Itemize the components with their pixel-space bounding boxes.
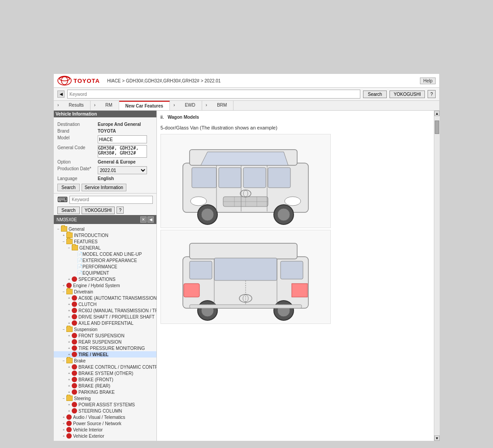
nm-header-buttons: ✕ ◀	[140, 216, 154, 223]
expand-ac60e[interactable]: +	[66, 295, 72, 301]
tab-ewd[interactable]: EWD	[178, 101, 202, 110]
help-question-bottom-btn[interactable]: ?	[117, 207, 124, 214]
expand-steering[interactable]: −	[61, 396, 66, 401]
section-number: ii.	[160, 114, 164, 120]
tab-left-arrow[interactable]: ›	[54, 101, 62, 110]
tree-item-tire-pressure[interactable]: + TIRE PRESSURE MONITORING	[54, 345, 156, 351]
scroll-up-arrow[interactable]: ▲	[434, 111, 440, 116]
tree-item-power-source[interactable]: + Power Source / Network	[54, 420, 156, 426]
expand-vehicle-exterior[interactable]: +	[61, 433, 66, 439]
yokogushi-button-bottom[interactable]: YOKOGUSHI	[82, 207, 115, 214]
tree-item-audio[interactable]: + Audio / Visual / Telematics	[54, 414, 156, 420]
tree-item-vehicle-exterior[interactable]: + Vehicle Exterior	[54, 433, 156, 439]
tree-item-rear-susp[interactable]: + REAR SUSPENSION	[54, 339, 156, 345]
expand-general-sub[interactable]: −	[66, 245, 72, 250]
expand-general[interactable]: −	[56, 226, 61, 232]
expand-engine[interactable]: +	[61, 283, 66, 288]
expand-drivetrain[interactable]: −	[61, 289, 66, 294]
expand-parking-brake[interactable]: +	[66, 389, 72, 395]
expand-tire-wheel[interactable]: +	[66, 352, 72, 357]
tab-rm[interactable]: RM	[99, 101, 119, 110]
tree-item-power-assist[interactable]: + POWER ASSIST SYSTEMS	[54, 401, 156, 408]
tree-item-brake-rear[interactable]: + BRAKE (REAR)	[54, 383, 156, 389]
tree-item-vehicle-interior[interactable]: + Vehicle Interior	[54, 426, 156, 433]
expand-rear-susp[interactable]: +	[66, 339, 72, 345]
expand-audio[interactable]: +	[61, 414, 66, 420]
expand-suspension[interactable]: −	[61, 327, 66, 332]
tab-ewd-arrow[interactable]: ›	[170, 101, 178, 110]
tree-item-parking-brake[interactable]: + PARKING BRAKE	[54, 389, 156, 395]
back-arrow-btn[interactable]: ◀	[57, 90, 65, 98]
tree-item-clutch[interactable]: + CLUTCH	[54, 301, 156, 307]
expand-axle[interactable]: +	[66, 320, 72, 326]
expand-vehicle-interior[interactable]: +	[61, 427, 66, 432]
tab-brm-arrow[interactable]: ›	[202, 101, 211, 110]
tree-item-front-susp[interactable]: + FRONT SUSPENSION	[54, 332, 156, 339]
keyword-search-bottom-input[interactable]	[69, 196, 153, 204]
tree-item-drivetrain[interactable]: − Drivetrain	[54, 289, 156, 295]
tree-item-brake[interactable]: − Brake	[54, 358, 156, 364]
expand-front-susp[interactable]: +	[66, 333, 72, 338]
tree-item-brake-control[interactable]: + BRAKE CONTROL / DYNAMIC CONTROL SYSTEM…	[54, 364, 156, 370]
expand-power-source[interactable]: +	[61, 421, 66, 426]
keyword-search-input[interactable]	[67, 90, 360, 99]
expand-features[interactable]: −	[61, 239, 66, 244]
expand-brake-rear[interactable]: +	[66, 383, 72, 388]
expand-power-assist[interactable]: +	[66, 402, 72, 407]
help-button[interactable]: Help	[420, 78, 436, 84]
tree-item-axle[interactable]: + AXLE AND DIFFERENTIAL	[54, 320, 156, 326]
tree-item-suspension[interactable]: − Suspension	[54, 326, 156, 332]
expand-clutch[interactable]: +	[66, 302, 72, 307]
scrollbar-track[interactable]	[434, 116, 440, 435]
expand-brake-front[interactable]: +	[66, 377, 72, 382]
nm-collapse-btn[interactable]: ◀	[147, 216, 154, 223]
tree-item-specifications[interactable]: + SPECIFICATIONS	[54, 276, 156, 282]
tree-item-general-sub[interactable]: − GENERAL	[54, 245, 156, 251]
tree-item-steering[interactable]: − Steering	[54, 395, 156, 401]
tree-item-engine[interactable]: + Engine / Hybrid System	[54, 282, 156, 289]
expand-brake-system[interactable]: +	[66, 370, 72, 376]
expand-rc60j[interactable]: +	[66, 308, 72, 313]
nm-close-btn[interactable]: ✕	[140, 216, 147, 223]
tree-item-performance[interactable]: 📄 PERFORMANCE	[54, 263, 156, 270]
tree-item-exterior[interactable]: 📄 EXTERIOR APPEARANCE	[54, 257, 156, 263]
expand-drive-shaft[interactable]: +	[66, 314, 72, 319]
tab-rm-arrow[interactable]: ›	[91, 101, 99, 110]
tree-item-tire-wheel[interactable]: + TIRE / WHEEL	[54, 351, 156, 358]
yokogushi-button-top[interactable]: YOKOGUSHI	[389, 90, 425, 98]
tree-item-brake-system[interactable]: + BRAKE SYSTEM (OTHER)	[54, 370, 156, 376]
tree-item-introduction[interactable]: + INTRODUCTION	[54, 232, 156, 238]
expand-introduction[interactable]: +	[61, 233, 66, 238]
expand-steering-col[interactable]: +	[66, 408, 72, 414]
tree-item-ac60e[interactable]: + AC60E (AUTOMATIC TRANSMISSION / TRANSA…	[54, 295, 156, 301]
keyboard-icon[interactable]: ⌨	[57, 195, 68, 204]
tree-item-rc60j[interactable]: + RC60J (MANUAL TRANSMISSION / TRANSAXLE…	[54, 307, 156, 314]
tab-brm[interactable]: BRM	[211, 101, 234, 110]
tree-item-drive-shaft[interactable]: + DRIVE SHAFT / PROPELLER SHAFT	[54, 314, 156, 320]
tree-label-specifications: SPECIFICATIONS	[78, 277, 116, 282]
vertical-scrollbar[interactable]: ▲ ▼	[434, 111, 439, 441]
tree-item-model-code[interactable]: 📄 MODEL CODE AND LINE-UP	[54, 251, 156, 257]
search-button-sidebar[interactable]: Search	[57, 184, 80, 191]
tree-item-brake-front[interactable]: + BRAKE (FRONT)	[54, 376, 156, 383]
scrollbar-thumb[interactable]	[435, 121, 439, 134]
search-button-top[interactable]: Search	[363, 90, 387, 98]
expand-specifications[interactable]: +	[66, 276, 72, 282]
tree-item-features[interactable]: − FEATURES	[54, 238, 156, 245]
tree-item-steering-col[interactable]: + STEERING COLUMN	[54, 408, 156, 414]
tree-item-equipment[interactable]: 📄 EQUIPMENT	[54, 270, 156, 276]
scroll-down-arrow[interactable]: ▼	[434, 435, 440, 441]
tab-new-car-features[interactable]: New Car Features	[119, 101, 170, 110]
expand-brake-control[interactable]: +	[66, 364, 72, 370]
search-button-bottom[interactable]: Search	[57, 207, 80, 214]
general-code-textarea[interactable]: GDH30#, GDH32#, GRH30#, GRH32#	[98, 145, 147, 158]
tab-results[interactable]: Results	[62, 101, 90, 110]
doc-icon-performance: 📄	[77, 264, 82, 269]
production-date-select[interactable]: 2022.01	[98, 166, 147, 174]
expand-tire-pressure[interactable]: +	[66, 345, 72, 351]
service-info-button[interactable]: Service Information	[82, 184, 126, 191]
help-question-btn[interactable]: ?	[428, 90, 436, 98]
expand-brake[interactable]: −	[61, 358, 66, 363]
tree-item-general[interactable]: − General	[54, 226, 156, 232]
model-input[interactable]	[98, 135, 147, 143]
